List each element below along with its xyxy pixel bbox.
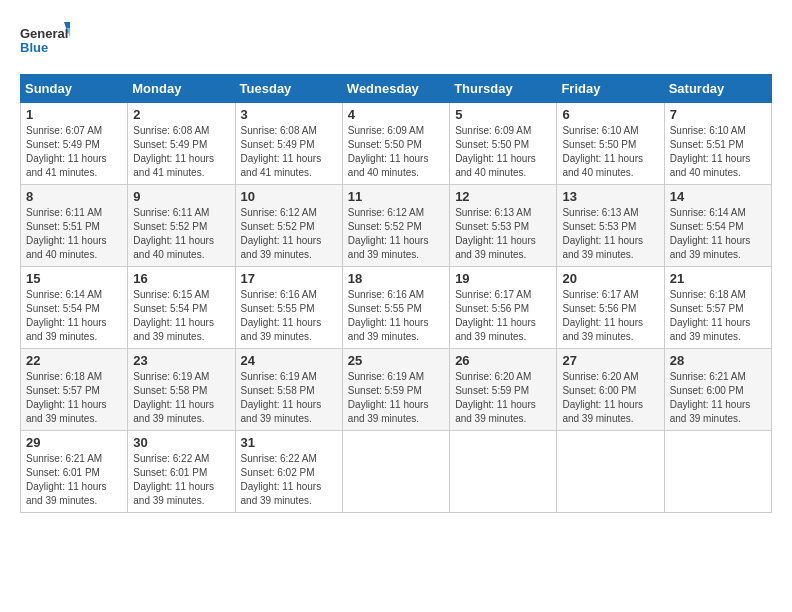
calendar-header-row: SundayMondayTuesdayWednesdayThursdayFrid… — [21, 75, 772, 103]
day-info: Sunrise: 6:13 AM Sunset: 5:53 PM Dayligh… — [562, 206, 658, 262]
calendar-cell: 25 Sunrise: 6:19 AM Sunset: 5:59 PM Dayl… — [342, 349, 449, 431]
day-number: 28 — [670, 353, 766, 368]
day-info: Sunrise: 6:11 AM Sunset: 5:52 PM Dayligh… — [133, 206, 229, 262]
day-number: 10 — [241, 189, 337, 204]
day-number: 1 — [26, 107, 122, 122]
day-info: Sunrise: 6:16 AM Sunset: 5:55 PM Dayligh… — [241, 288, 337, 344]
day-number: 19 — [455, 271, 551, 286]
day-info: Sunrise: 6:19 AM Sunset: 5:58 PM Dayligh… — [241, 370, 337, 426]
calendar-cell: 12 Sunrise: 6:13 AM Sunset: 5:53 PM Dayl… — [450, 185, 557, 267]
day-number: 21 — [670, 271, 766, 286]
calendar-cell: 10 Sunrise: 6:12 AM Sunset: 5:52 PM Dayl… — [235, 185, 342, 267]
day-number: 16 — [133, 271, 229, 286]
page-header: General Blue — [20, 20, 772, 64]
day-number: 20 — [562, 271, 658, 286]
day-number: 24 — [241, 353, 337, 368]
logo: General Blue — [20, 20, 70, 64]
calendar-cell: 26 Sunrise: 6:20 AM Sunset: 5:59 PM Dayl… — [450, 349, 557, 431]
calendar-cell: 19 Sunrise: 6:17 AM Sunset: 5:56 PM Dayl… — [450, 267, 557, 349]
calendar-cell: 14 Sunrise: 6:14 AM Sunset: 5:54 PM Dayl… — [664, 185, 771, 267]
calendar-cell: 15 Sunrise: 6:14 AM Sunset: 5:54 PM Dayl… — [21, 267, 128, 349]
calendar-cell: 3 Sunrise: 6:08 AM Sunset: 5:49 PM Dayli… — [235, 103, 342, 185]
day-info: Sunrise: 6:22 AM Sunset: 6:01 PM Dayligh… — [133, 452, 229, 508]
calendar-cell — [342, 431, 449, 513]
calendar-cell: 16 Sunrise: 6:15 AM Sunset: 5:54 PM Dayl… — [128, 267, 235, 349]
day-number: 18 — [348, 271, 444, 286]
day-info: Sunrise: 6:21 AM Sunset: 6:01 PM Dayligh… — [26, 452, 122, 508]
calendar-cell: 28 Sunrise: 6:21 AM Sunset: 6:00 PM Dayl… — [664, 349, 771, 431]
calendar-cell: 18 Sunrise: 6:16 AM Sunset: 5:55 PM Dayl… — [342, 267, 449, 349]
weekday-header: Saturday — [664, 75, 771, 103]
day-number: 4 — [348, 107, 444, 122]
weekday-header: Sunday — [21, 75, 128, 103]
calendar-cell: 23 Sunrise: 6:19 AM Sunset: 5:58 PM Dayl… — [128, 349, 235, 431]
calendar-week-row: 29 Sunrise: 6:21 AM Sunset: 6:01 PM Dayl… — [21, 431, 772, 513]
day-info: Sunrise: 6:09 AM Sunset: 5:50 PM Dayligh… — [455, 124, 551, 180]
calendar-cell: 8 Sunrise: 6:11 AM Sunset: 5:51 PM Dayli… — [21, 185, 128, 267]
day-info: Sunrise: 6:08 AM Sunset: 5:49 PM Dayligh… — [241, 124, 337, 180]
day-number: 25 — [348, 353, 444, 368]
calendar-cell — [664, 431, 771, 513]
day-info: Sunrise: 6:15 AM Sunset: 5:54 PM Dayligh… — [133, 288, 229, 344]
weekday-header: Wednesday — [342, 75, 449, 103]
calendar-cell: 6 Sunrise: 6:10 AM Sunset: 5:50 PM Dayli… — [557, 103, 664, 185]
calendar: SundayMondayTuesdayWednesdayThursdayFrid… — [20, 74, 772, 513]
day-number: 30 — [133, 435, 229, 450]
calendar-cell — [557, 431, 664, 513]
day-number: 31 — [241, 435, 337, 450]
day-number: 13 — [562, 189, 658, 204]
calendar-cell: 7 Sunrise: 6:10 AM Sunset: 5:51 PM Dayli… — [664, 103, 771, 185]
day-info: Sunrise: 6:14 AM Sunset: 5:54 PM Dayligh… — [670, 206, 766, 262]
calendar-week-row: 15 Sunrise: 6:14 AM Sunset: 5:54 PM Dayl… — [21, 267, 772, 349]
day-number: 23 — [133, 353, 229, 368]
calendar-cell — [450, 431, 557, 513]
day-info: Sunrise: 6:20 AM Sunset: 6:00 PM Dayligh… — [562, 370, 658, 426]
calendar-cell: 11 Sunrise: 6:12 AM Sunset: 5:52 PM Dayl… — [342, 185, 449, 267]
calendar-cell: 4 Sunrise: 6:09 AM Sunset: 5:50 PM Dayli… — [342, 103, 449, 185]
day-number: 22 — [26, 353, 122, 368]
day-number: 11 — [348, 189, 444, 204]
day-number: 8 — [26, 189, 122, 204]
day-info: Sunrise: 6:17 AM Sunset: 5:56 PM Dayligh… — [562, 288, 658, 344]
calendar-cell: 1 Sunrise: 6:07 AM Sunset: 5:49 PM Dayli… — [21, 103, 128, 185]
calendar-week-row: 8 Sunrise: 6:11 AM Sunset: 5:51 PM Dayli… — [21, 185, 772, 267]
day-number: 7 — [670, 107, 766, 122]
day-info: Sunrise: 6:12 AM Sunset: 5:52 PM Dayligh… — [348, 206, 444, 262]
day-info: Sunrise: 6:17 AM Sunset: 5:56 PM Dayligh… — [455, 288, 551, 344]
day-info: Sunrise: 6:11 AM Sunset: 5:51 PM Dayligh… — [26, 206, 122, 262]
calendar-cell: 27 Sunrise: 6:20 AM Sunset: 6:00 PM Dayl… — [557, 349, 664, 431]
day-info: Sunrise: 6:19 AM Sunset: 5:58 PM Dayligh… — [133, 370, 229, 426]
day-number: 3 — [241, 107, 337, 122]
day-info: Sunrise: 6:18 AM Sunset: 5:57 PM Dayligh… — [670, 288, 766, 344]
day-info: Sunrise: 6:07 AM Sunset: 5:49 PM Dayligh… — [26, 124, 122, 180]
day-info: Sunrise: 6:19 AM Sunset: 5:59 PM Dayligh… — [348, 370, 444, 426]
day-number: 14 — [670, 189, 766, 204]
day-info: Sunrise: 6:14 AM Sunset: 5:54 PM Dayligh… — [26, 288, 122, 344]
day-info: Sunrise: 6:18 AM Sunset: 5:57 PM Dayligh… — [26, 370, 122, 426]
logo-icon: General Blue — [20, 20, 70, 64]
day-info: Sunrise: 6:16 AM Sunset: 5:55 PM Dayligh… — [348, 288, 444, 344]
calendar-cell: 22 Sunrise: 6:18 AM Sunset: 5:57 PM Dayl… — [21, 349, 128, 431]
day-number: 27 — [562, 353, 658, 368]
weekday-header: Thursday — [450, 75, 557, 103]
day-number: 12 — [455, 189, 551, 204]
calendar-cell: 13 Sunrise: 6:13 AM Sunset: 5:53 PM Dayl… — [557, 185, 664, 267]
calendar-cell: 21 Sunrise: 6:18 AM Sunset: 5:57 PM Dayl… — [664, 267, 771, 349]
calendar-cell: 31 Sunrise: 6:22 AM Sunset: 6:02 PM Dayl… — [235, 431, 342, 513]
day-number: 26 — [455, 353, 551, 368]
day-info: Sunrise: 6:09 AM Sunset: 5:50 PM Dayligh… — [348, 124, 444, 180]
day-info: Sunrise: 6:22 AM Sunset: 6:02 PM Dayligh… — [241, 452, 337, 508]
calendar-cell: 30 Sunrise: 6:22 AM Sunset: 6:01 PM Dayl… — [128, 431, 235, 513]
day-info: Sunrise: 6:13 AM Sunset: 5:53 PM Dayligh… — [455, 206, 551, 262]
calendar-cell: 24 Sunrise: 6:19 AM Sunset: 5:58 PM Dayl… — [235, 349, 342, 431]
day-info: Sunrise: 6:08 AM Sunset: 5:49 PM Dayligh… — [133, 124, 229, 180]
calendar-cell: 20 Sunrise: 6:17 AM Sunset: 5:56 PM Dayl… — [557, 267, 664, 349]
calendar-cell: 5 Sunrise: 6:09 AM Sunset: 5:50 PM Dayli… — [450, 103, 557, 185]
day-number: 29 — [26, 435, 122, 450]
day-info: Sunrise: 6:12 AM Sunset: 5:52 PM Dayligh… — [241, 206, 337, 262]
day-info: Sunrise: 6:10 AM Sunset: 5:50 PM Dayligh… — [562, 124, 658, 180]
calendar-week-row: 1 Sunrise: 6:07 AM Sunset: 5:49 PM Dayli… — [21, 103, 772, 185]
calendar-cell: 9 Sunrise: 6:11 AM Sunset: 5:52 PM Dayli… — [128, 185, 235, 267]
day-number: 17 — [241, 271, 337, 286]
svg-text:General: General — [20, 26, 68, 41]
